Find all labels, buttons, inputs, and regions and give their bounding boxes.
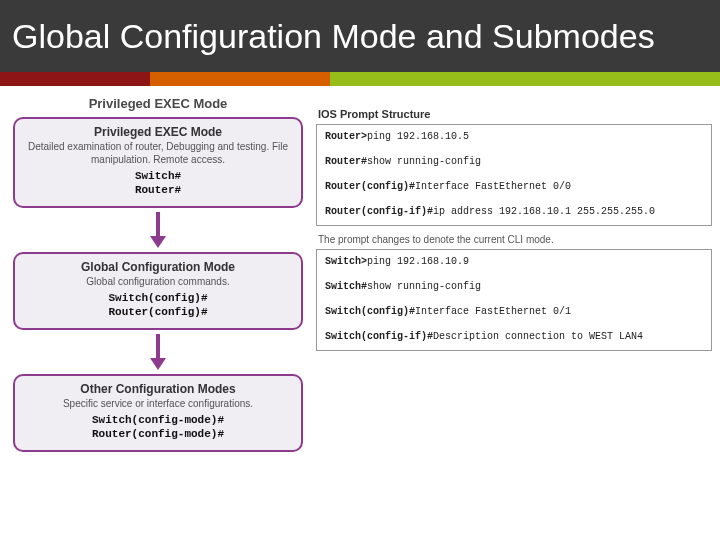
- mode-box-global: Global Configuration Mode Global configu…: [13, 252, 303, 330]
- terminal-line: Router#show running-config: [325, 156, 703, 167]
- command: Interface FastEthernet 0/0: [415, 181, 571, 192]
- mode-box-code: Switch#: [23, 170, 293, 184]
- stripe-segment-green: [330, 72, 720, 86]
- left-column: Privileged EXEC Mode Privileged EXEC Mod…: [8, 96, 308, 452]
- command: ping 192.168.10.9: [367, 256, 469, 267]
- terminal-line: Switch#show running-config: [325, 281, 703, 292]
- prompt: Switch#: [325, 281, 367, 292]
- left-column-title: Privileged EXEC Mode: [89, 96, 228, 111]
- prompt: Router(config)#: [325, 181, 415, 192]
- mode-box-code: Router(config-mode)#: [23, 428, 293, 442]
- terminal-line: Switch>ping 192.168.10.9: [325, 256, 703, 267]
- terminal-line: Router>ping 192.168.10.5: [325, 131, 703, 142]
- mode-box-code: Router#: [23, 184, 293, 198]
- mode-box-code: Switch(config)#: [23, 292, 293, 306]
- prompt: Switch(config)#: [325, 306, 415, 317]
- mode-box-title: Privileged EXEC Mode: [23, 125, 293, 139]
- terminal-line: Switch(config)#Interface FastEthernet 0/…: [325, 306, 703, 317]
- command: ping 192.168.10.5: [367, 131, 469, 142]
- mode-box-privileged: Privileged EXEC Mode Detailed examinatio…: [13, 117, 303, 208]
- slide-header: Global Configuration Mode and Submodes: [0, 0, 720, 72]
- terminal-line: Router(config-if)#ip address 192.168.10.…: [325, 206, 703, 217]
- ios-prompt-title: IOS Prompt Structure: [318, 108, 712, 120]
- command: show running-config: [367, 156, 481, 167]
- command: show running-config: [367, 281, 481, 292]
- terminal-line: Switch(config-if)#Description connection…: [325, 331, 703, 342]
- mode-box-code: Switch(config-mode)#: [23, 414, 293, 428]
- stripe-segment-red: [0, 72, 150, 86]
- command: Description connection to WEST LAN4: [433, 331, 643, 342]
- prompt: Router>: [325, 131, 367, 142]
- stripe-segment-orange: [150, 72, 330, 86]
- terminal-router: Router>ping 192.168.10.5 Router#show run…: [316, 124, 712, 226]
- terminal-switch: Switch>ping 192.168.10.9 Switch#show run…: [316, 249, 712, 351]
- prompt: Router#: [325, 156, 367, 167]
- arrow-down-icon: [150, 334, 166, 370]
- command: Interface FastEthernet 0/1: [415, 306, 571, 317]
- prompt: Router(config-if)#: [325, 206, 433, 217]
- arrow-down-icon: [150, 212, 166, 248]
- mode-box-desc: Specific service or interface configurat…: [23, 398, 293, 411]
- prompt: Switch>: [325, 256, 367, 267]
- mode-box-code: Router(config)#: [23, 306, 293, 320]
- accent-stripe: [0, 72, 720, 86]
- mode-box-title: Global Configuration Mode: [23, 260, 293, 274]
- right-column: IOS Prompt Structure Router>ping 192.168…: [316, 96, 712, 452]
- mode-box-desc: Global configuration commands.: [23, 276, 293, 289]
- caption-text: The prompt changes to denote the current…: [318, 234, 712, 245]
- command: ip address 192.168.10.1 255.255.255.0: [433, 206, 655, 217]
- slide-title: Global Configuration Mode and Submodes: [12, 17, 655, 56]
- mode-box-other: Other Configuration Modes Specific servi…: [13, 374, 303, 452]
- prompt: Switch(config-if)#: [325, 331, 433, 342]
- mode-box-title: Other Configuration Modes: [23, 382, 293, 396]
- mode-box-desc: Detailed examination of router, Debuggin…: [23, 141, 293, 166]
- content-area: Privileged EXEC Mode Privileged EXEC Mod…: [0, 86, 720, 458]
- terminal-line: Router(config)#Interface FastEthernet 0/…: [325, 181, 703, 192]
